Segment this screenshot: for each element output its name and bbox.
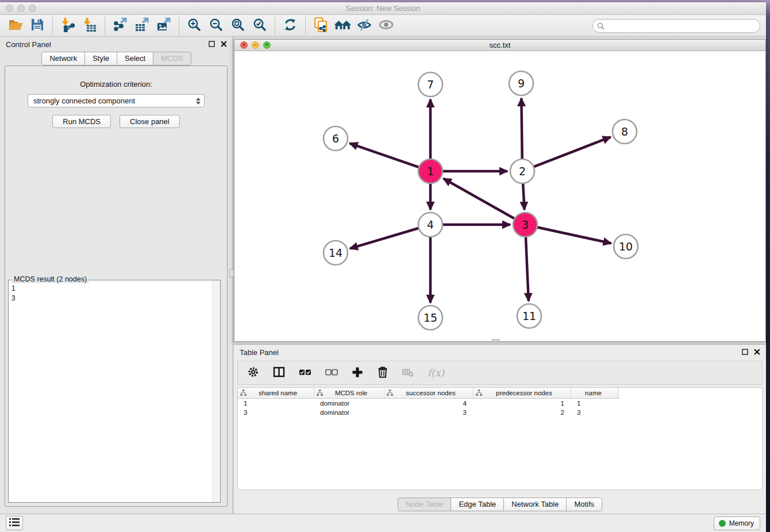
table-settings-button[interactable] (247, 366, 259, 380)
graph-node-10[interactable]: 10 (614, 234, 638, 259)
graph-edge-2-9[interactable] (521, 98, 522, 159)
add-icon (352, 367, 363, 380)
graph-node-3[interactable]: 3 (513, 213, 537, 237)
clone-network-button[interactable] (310, 17, 332, 35)
graph-node-1[interactable]: 1 (418, 159, 442, 183)
refresh-button[interactable] (279, 17, 301, 35)
graph-edge-3-11[interactable] (526, 237, 529, 301)
optimization-dropdown[interactable]: strongly connected component (28, 94, 205, 107)
graph-node-14[interactable]: 14 (324, 241, 348, 265)
control-panel: Control Panel NetworkStyleSelectMCDS Opt… (0, 37, 233, 514)
network-close-button[interactable]: × (240, 41, 248, 49)
table-cell[interactable]: dominator (314, 409, 384, 416)
result-scrollbar[interactable] (213, 280, 220, 502)
memory-button[interactable]: Memory (714, 516, 760, 530)
column-header-shared-name[interactable]: shared name (238, 388, 314, 398)
title-bar: Session: New Session (0, 2, 766, 15)
close-panel-icon[interactable] (221, 39, 227, 49)
tab-select[interactable]: Select (117, 52, 153, 65)
table-cell[interactable]: 3 (571, 409, 618, 416)
search-input[interactable] (592, 19, 760, 33)
window-close-button[interactable] (6, 5, 13, 12)
graph-node-8[interactable]: 8 (613, 119, 637, 144)
houses-button[interactable] (332, 17, 353, 35)
network-minimize-button[interactable]: − (252, 41, 259, 49)
graph-node-2[interactable]: 2 (510, 159, 534, 183)
svg-text:14: 14 (329, 246, 342, 259)
window-minimize-button[interactable] (17, 5, 25, 12)
column-header-successor-nodes[interactable]: successor nodes (384, 388, 473, 398)
table-cell[interactable]: 4 (384, 400, 473, 407)
table-cell[interactable]: 1 (473, 400, 571, 407)
table-row[interactable]: 1dominator411 (238, 399, 762, 408)
column-header-predecessor-nodes[interactable]: predecessor nodes (473, 388, 571, 398)
deselect-all-button[interactable] (325, 369, 338, 377)
table-cell[interactable]: 1 (571, 400, 618, 407)
graph-node-7[interactable]: 7 (418, 72, 442, 97)
network-maximize-button[interactable]: + (263, 41, 271, 49)
window-zoom-button[interactable] (29, 5, 36, 12)
graph-edge-2-3[interactable] (523, 183, 524, 210)
tab-network[interactable]: Network (41, 52, 85, 65)
delete-column-button[interactable] (402, 367, 414, 379)
save-icon (30, 18, 44, 33)
table-row[interactable]: 3dominator323 (238, 408, 762, 417)
open-session-button[interactable] (5, 17, 26, 35)
control-panel-tabs: NetworkStyleSelectMCDS (0, 52, 233, 65)
save-session-button[interactable] (26, 17, 48, 35)
import-table-button[interactable] (79, 17, 101, 35)
tab-edge-table[interactable]: Edge Table (451, 498, 504, 511)
graph-node-9[interactable]: 9 (509, 71, 533, 95)
table-cell[interactable]: 1 (238, 400, 314, 407)
network-canvas[interactable]: 7968124314101511 (234, 51, 765, 340)
tab-node-table[interactable]: Node Table (398, 498, 452, 511)
graph-edge-2-8[interactable] (534, 137, 611, 167)
zoom-out-button[interactable] (205, 17, 227, 35)
float-panel-icon[interactable] (742, 347, 748, 357)
table-cell[interactable]: dominator (314, 400, 384, 407)
graph-node-15[interactable]: 15 (418, 306, 442, 330)
graph-edge-1-6[interactable] (350, 143, 419, 167)
select-all-button[interactable] (299, 369, 311, 377)
toolbar-separator (52, 17, 53, 34)
graph-node-11[interactable]: 11 (517, 304, 541, 328)
zoom-fit-button[interactable] (227, 17, 249, 35)
zoom-selected-button[interactable] (249, 17, 271, 35)
import-network-button[interactable] (57, 17, 79, 35)
table-cell[interactable]: 3 (238, 409, 314, 416)
tab-mcds[interactable]: MCDS (153, 52, 191, 65)
zoom-out-icon (209, 17, 224, 34)
column-type-icon (476, 390, 482, 397)
network-resize-handle[interactable] (492, 339, 499, 342)
export-image-button[interactable] (153, 17, 175, 35)
hide-graphics-button[interactable] (353, 17, 375, 35)
tab-network-table[interactable]: Network Table (503, 498, 567, 511)
zoom-in-button[interactable] (183, 17, 205, 35)
tab-style[interactable]: Style (84, 52, 117, 65)
delete-row-button[interactable] (377, 366, 388, 380)
zoom-fit-icon (230, 17, 245, 34)
show-graphics-button[interactable] (375, 17, 397, 35)
close-panel-icon[interactable] (754, 347, 760, 357)
float-panel-icon[interactable] (209, 39, 215, 49)
show-columns-button[interactable] (273, 367, 285, 379)
column-header-mcds-role[interactable]: MCDS role (314, 388, 384, 398)
graph-edge-3-1[interactable] (444, 179, 515, 219)
graph-edge-3-10[interactable] (537, 227, 611, 243)
add-row-button[interactable] (352, 367, 363, 380)
table-cell[interactable]: 3 (384, 409, 473, 416)
tab-motifs[interactable]: Motifs (566, 498, 602, 511)
refresh-icon (283, 17, 298, 34)
mcds-panel: Optimization criterion: strongly connect… (5, 65, 228, 507)
function-builder-button[interactable]: f(x) (428, 367, 444, 379)
table-cell[interactable]: 2 (473, 409, 571, 416)
close-panel-button[interactable]: Close panel (120, 115, 180, 128)
graph-edge-4-14[interactable] (350, 228, 419, 249)
column-header-name[interactable]: name (571, 388, 618, 398)
task-history-button[interactable] (6, 516, 23, 530)
graph-node-4[interactable]: 4 (418, 213, 442, 237)
export-table-button[interactable] (131, 17, 153, 35)
graph-node-6[interactable]: 6 (324, 126, 348, 151)
run-mcds-button[interactable]: Run MCDS (52, 115, 111, 128)
export-network-button[interactable] (109, 17, 131, 35)
